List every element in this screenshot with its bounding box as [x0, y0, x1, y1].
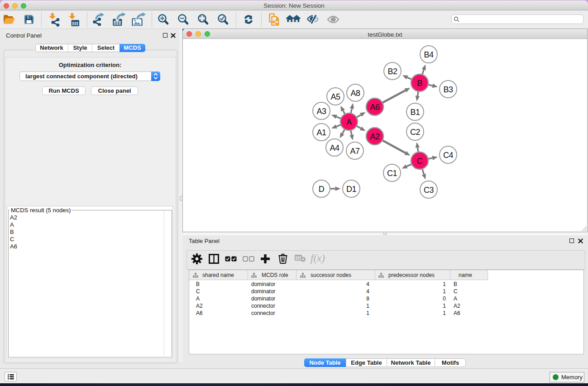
svg-text:C3: C3	[424, 186, 434, 195]
svg-text:C: C	[417, 157, 423, 166]
svg-text:A1: A1	[316, 128, 326, 137]
svg-text:A3: A3	[316, 107, 326, 116]
svg-text:A5: A5	[330, 92, 340, 101]
svg-text:D: D	[319, 185, 325, 194]
svg-text:A: A	[346, 118, 352, 127]
svg-text:B3: B3	[443, 85, 453, 94]
svg-text:B1: B1	[410, 108, 420, 117]
svg-text:A7: A7	[350, 147, 360, 156]
svg-text:B: B	[417, 79, 422, 88]
svg-text:C4: C4	[443, 151, 453, 160]
svg-text:A4: A4	[330, 143, 339, 152]
svg-text:B4: B4	[424, 50, 434, 59]
svg-text:B2: B2	[387, 67, 397, 76]
svg-text:C1: C1	[387, 169, 397, 178]
svg-text:D1: D1	[346, 185, 356, 194]
svg-text:A6: A6	[370, 103, 380, 112]
svg-text:A2: A2	[370, 132, 380, 141]
svg-text:C2: C2	[410, 128, 420, 137]
svg-text:A8: A8	[350, 89, 360, 98]
